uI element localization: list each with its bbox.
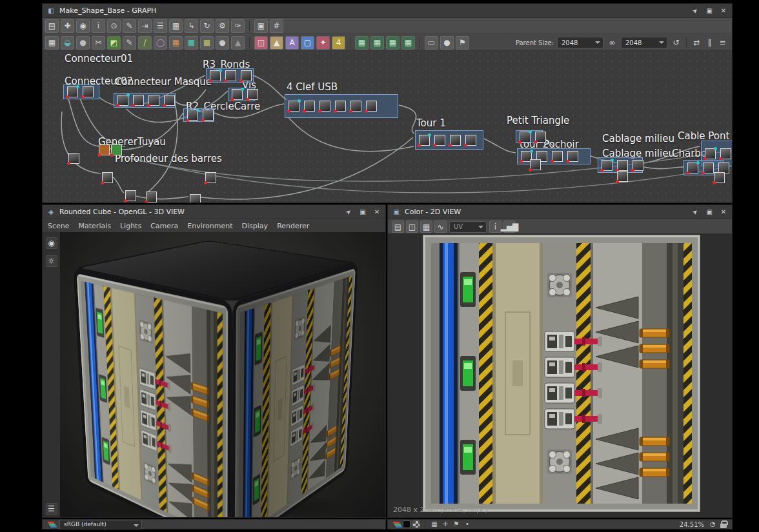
height-node-icon[interactable]: ▲ xyxy=(270,36,283,50)
node-cluster[interactable] xyxy=(228,88,255,101)
menu-renderer[interactable]: Renderer xyxy=(277,222,309,230)
lock-icon[interactable] xyxy=(719,520,728,529)
splatter-node-icon[interactable]: ✦ xyxy=(316,36,330,50)
layers-icon[interactable] xyxy=(46,520,56,529)
float-icon[interactable]: ▣ xyxy=(705,208,714,217)
refresh-icon[interactable]: ↻ xyxy=(200,19,214,33)
graph-node[interactable] xyxy=(535,132,546,143)
graph-node[interactable] xyxy=(288,101,299,112)
histogram-icon[interactable]: ▂▅▇ xyxy=(503,221,516,233)
branch-icon[interactable]: ↳ xyxy=(185,19,198,33)
pin-icon[interactable]: ➤ xyxy=(691,6,700,15)
graph-node[interactable] xyxy=(111,144,122,155)
blur-node-icon[interactable]: ● xyxy=(76,36,90,50)
scissors-icon[interactable]: ✂ xyxy=(92,36,105,50)
graph-node[interactable] xyxy=(203,110,214,121)
value-processor-icon[interactable]: ▦ xyxy=(386,36,400,50)
graph-node[interactable] xyxy=(419,135,430,146)
select-node-icon[interactable]: ▢ xyxy=(301,36,314,50)
graph-node[interactable] xyxy=(335,101,346,112)
graph-node[interactable] xyxy=(703,163,714,173)
node-cluster[interactable] xyxy=(285,94,398,118)
info-icon[interactable]: i xyxy=(489,221,501,233)
frame-icon[interactable]: ▣ xyxy=(254,19,268,33)
colorspace-select[interactable]: sRGB (default) xyxy=(59,520,142,529)
dot-icon[interactable]: • xyxy=(463,520,472,529)
graph-node[interactable] xyxy=(530,159,541,170)
close-icon[interactable]: ✕ xyxy=(719,208,728,217)
close-icon[interactable]: ✕ xyxy=(372,208,381,217)
node-cluster[interactable] xyxy=(517,148,591,164)
menu-display[interactable]: Display xyxy=(242,222,268,230)
reset-size-icon[interactable]: ↺ xyxy=(671,37,682,48)
copy-icon[interactable]: ▦ xyxy=(420,221,432,233)
function-node-icon[interactable]: ▦ xyxy=(401,36,415,50)
dot-node-icon[interactable]: ● xyxy=(440,36,454,50)
export-icon[interactable]: ⇥ xyxy=(138,19,152,33)
graph-node[interactable] xyxy=(148,95,159,106)
graph-node[interactable] xyxy=(102,172,113,183)
text-node-icon[interactable]: A xyxy=(285,36,299,50)
node-cluster[interactable] xyxy=(183,108,214,122)
background-swatch[interactable] xyxy=(403,520,410,528)
uv-mode-select[interactable]: UV xyxy=(449,221,487,233)
link-icon[interactable]: ∿ xyxy=(434,221,447,233)
link-size-icon[interactable]: ∞ xyxy=(607,37,618,48)
graph-node[interactable] xyxy=(247,89,258,100)
align-nodes-icon[interactable]: ≡ xyxy=(717,37,728,48)
graph-node[interactable] xyxy=(205,172,216,183)
node-cluster[interactable] xyxy=(516,130,543,143)
graph-node[interactable] xyxy=(552,151,563,162)
graph-node[interactable] xyxy=(720,148,731,159)
graph-node[interactable] xyxy=(125,190,136,201)
curve-node-icon[interactable]: ◩ xyxy=(107,36,121,50)
tile-node-icon[interactable]: ▦ xyxy=(169,36,183,50)
graph-node[interactable] xyxy=(434,135,445,146)
eyedropper-icon[interactable]: ✎ xyxy=(123,19,136,33)
move-icon[interactable]: ✚ xyxy=(61,19,74,33)
graph-node[interactable] xyxy=(232,89,243,100)
zoom-icon[interactable]: ⊙ xyxy=(107,19,121,33)
file-icon[interactable]: ▤ xyxy=(45,19,59,33)
pencil-node-icon[interactable]: ✎ xyxy=(123,36,136,50)
pin-node-icon[interactable]: ⚑ xyxy=(456,36,469,50)
menu-camera[interactable]: Camera xyxy=(150,222,178,230)
node-cluster[interactable] xyxy=(415,130,483,150)
graph-node[interactable] xyxy=(617,160,628,171)
graph-node[interactable] xyxy=(68,153,79,164)
graph-node[interactable] xyxy=(687,163,698,173)
menu-environment[interactable]: Environment xyxy=(187,222,232,230)
graph-node[interactable] xyxy=(465,135,476,146)
camera-icon[interactable]: ◉ xyxy=(46,237,57,249)
flag-icon[interactable]: ⚑ xyxy=(452,520,461,529)
graph-node[interactable] xyxy=(133,95,144,106)
graph-node[interactable] xyxy=(617,171,628,182)
node-cluster[interactable] xyxy=(114,93,176,108)
gear-icon[interactable]: ⚙ xyxy=(216,19,229,33)
split-view-icon[interactable]: ‖ xyxy=(704,37,715,48)
fx-map-icon[interactable]: ▦ xyxy=(370,36,384,50)
pixel-processor-icon[interactable]: ▦ xyxy=(355,36,369,50)
graph-node[interactable] xyxy=(632,160,643,171)
graph-node[interactable] xyxy=(602,160,612,171)
comment-icon[interactable]: ▭ xyxy=(425,36,438,50)
transform-icon[interactable]: ✛ xyxy=(441,520,450,529)
graph-node[interactable] xyxy=(190,194,201,202)
export-icon[interactable]: ▤ xyxy=(392,221,404,233)
line-node-icon[interactable]: / xyxy=(138,36,152,50)
graph-node[interactable] xyxy=(705,148,716,159)
bitmap-node-icon[interactable]: ▦ xyxy=(45,36,59,50)
graph-node[interactable] xyxy=(146,192,157,202)
graph-node[interactable] xyxy=(241,70,252,81)
layout-icon[interactable]: ▦ xyxy=(169,19,183,33)
graph-node[interactable] xyxy=(210,70,221,81)
camera-icon[interactable]: ◉ xyxy=(76,19,90,33)
olive-node-icon[interactable]: ■ xyxy=(200,36,214,50)
graph-node[interactable] xyxy=(350,101,361,112)
graph-canvas[interactable]: Connecteur01Connecteur02Connecteur Masqu… xyxy=(43,50,732,202)
wrench-icon[interactable]: ✑ xyxy=(231,19,245,33)
node-cluster[interactable] xyxy=(206,68,254,83)
graph-node[interactable] xyxy=(164,95,175,106)
node-cluster[interactable] xyxy=(63,84,99,99)
grid-icon[interactable]: ▦ xyxy=(430,520,439,529)
